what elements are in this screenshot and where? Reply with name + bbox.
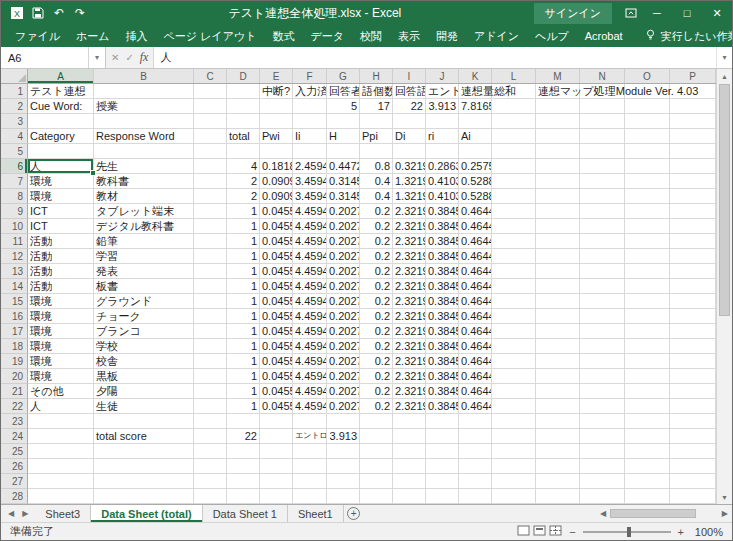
cell-O20[interactable] <box>625 369 670 384</box>
cell-E18[interactable]: 0.0455 <box>260 339 293 354</box>
cell-H20[interactable]: 0.2 <box>360 369 393 384</box>
cell-G7[interactable]: 0.3145 <box>327 174 360 189</box>
cell-D8[interactable]: 2 <box>227 189 260 204</box>
cell-G21[interactable]: 0.2027 <box>327 384 360 399</box>
cell-M4[interactable] <box>536 129 580 144</box>
cell-I24[interactable] <box>393 429 426 444</box>
name-box-dropdown-icon[interactable]: ▾ <box>89 47 106 68</box>
cell-M22[interactable] <box>536 399 580 414</box>
cell-L17[interactable] <box>492 324 536 339</box>
sheet-tab-3[interactable]: Sheet1 <box>288 505 344 522</box>
cell-N23[interactable] <box>580 414 625 429</box>
cell-L6[interactable] <box>492 159 536 174</box>
cell-A25[interactable] <box>28 444 94 459</box>
cell-D5[interactable] <box>227 144 260 159</box>
cell-J5[interactable] <box>426 144 459 159</box>
cell-C18[interactable] <box>194 339 227 354</box>
cell-B27[interactable] <box>94 474 194 489</box>
cell-D10[interactable]: 1 <box>227 219 260 234</box>
cell-E7[interactable]: 0.0909 <box>260 174 293 189</box>
cell-C20[interactable] <box>194 369 227 384</box>
cell-L28[interactable] <box>492 489 536 504</box>
cell-H4[interactable]: Ppi <box>360 129 393 144</box>
cell-K18[interactable]: 0.4644 <box>459 339 492 354</box>
cancel-icon[interactable]: ✕ <box>111 52 119 63</box>
cell-F2[interactable] <box>293 99 327 114</box>
cell-I17[interactable]: 2.3219 <box>393 324 426 339</box>
cell-K3[interactable] <box>459 114 492 129</box>
cell-C11[interactable] <box>194 234 227 249</box>
cell-O14[interactable] <box>625 279 670 294</box>
cell-N25[interactable] <box>580 444 625 459</box>
row-header-14[interactable]: 14 <box>1 279 28 294</box>
cell-M25[interactable] <box>536 444 580 459</box>
cell-I20[interactable]: 2.3219 <box>393 369 426 384</box>
cell-E13[interactable]: 0.0455 <box>260 264 293 279</box>
row-header-13[interactable]: 13 <box>1 264 28 279</box>
cell-A17[interactable]: 環境 <box>28 324 94 339</box>
cell-N8[interactable] <box>580 189 625 204</box>
cell-O16[interactable] <box>625 309 670 324</box>
vertical-scroll-track[interactable] <box>717 83 732 490</box>
cell-E11[interactable]: 0.0455 <box>260 234 293 249</box>
row-header-23[interactable]: 23 <box>1 414 28 429</box>
cell-E24[interactable] <box>260 429 293 444</box>
cell-K24[interactable] <box>459 429 492 444</box>
cell-B5[interactable] <box>94 144 194 159</box>
cell-H2[interactable]: 17 <box>360 99 393 114</box>
cell-C26[interactable] <box>194 459 227 474</box>
cell-B14[interactable]: 板書 <box>94 279 194 294</box>
cell-P19[interactable] <box>670 354 716 369</box>
tell-me-box[interactable]: 実行したい作業を入力してください <box>645 29 733 44</box>
row-header-28[interactable]: 28 <box>1 489 28 504</box>
cell-M11[interactable] <box>536 234 580 249</box>
col-header-G[interactable]: G <box>327 69 360 83</box>
cell-G18[interactable]: 0.2027 <box>327 339 360 354</box>
cell-G11[interactable]: 0.2027 <box>327 234 360 249</box>
row-header-4[interactable]: 4 <box>1 129 28 144</box>
cell-M15[interactable] <box>536 294 580 309</box>
cell-N10[interactable] <box>580 219 625 234</box>
ribbon-tab-6[interactable]: 校閲 <box>352 25 390 47</box>
cell-I3[interactable] <box>393 114 426 129</box>
cell-N7[interactable] <box>580 174 625 189</box>
cell-O6[interactable] <box>625 159 670 174</box>
cell-P23[interactable] <box>670 414 716 429</box>
cell-M2[interactable] <box>536 99 580 114</box>
cell-J14[interactable]: 0.3845 <box>426 279 459 294</box>
cell-H25[interactable] <box>360 444 393 459</box>
cell-K22[interactable]: 0.4644 <box>459 399 492 414</box>
cell-K15[interactable]: 0.4644 <box>459 294 492 309</box>
cell-G20[interactable]: 0.2027 <box>327 369 360 384</box>
ribbon-tab-2[interactable]: 挿入 <box>118 25 156 47</box>
cell-F13[interactable]: 4.4594 <box>293 264 327 279</box>
cell-K9[interactable]: 0.4644 <box>459 204 492 219</box>
cell-D17[interactable]: 1 <box>227 324 260 339</box>
cell-O17[interactable] <box>625 324 670 339</box>
cell-I11[interactable]: 2.3219 <box>393 234 426 249</box>
cell-J11[interactable]: 0.3845 <box>426 234 459 249</box>
cell-K25[interactable] <box>459 444 492 459</box>
cell-F17[interactable]: 4.4594 <box>293 324 327 339</box>
cell-H16[interactable]: 0.2 <box>360 309 393 324</box>
cell-D3[interactable] <box>227 114 260 129</box>
cell-F5[interactable] <box>293 144 327 159</box>
cell-C27[interactable] <box>194 474 227 489</box>
cell-J25[interactable] <box>426 444 459 459</box>
cell-J26[interactable] <box>426 459 459 474</box>
cell-G4[interactable]: H <box>327 129 360 144</box>
cell-J23[interactable] <box>426 414 459 429</box>
cell-D22[interactable]: 1 <box>227 399 260 414</box>
cell-C4[interactable] <box>194 129 227 144</box>
cell-K19[interactable]: 0.4644 <box>459 354 492 369</box>
row-header-25[interactable]: 25 <box>1 444 28 459</box>
cell-J24[interactable] <box>426 429 459 444</box>
row-header-3[interactable]: 3 <box>1 114 28 129</box>
cell-I28[interactable] <box>393 489 426 504</box>
cell-N19[interactable] <box>580 354 625 369</box>
cell-E2[interactable] <box>260 99 293 114</box>
page-layout-view-icon[interactable] <box>533 525 546 538</box>
cell-B17[interactable]: ブランコ <box>94 324 194 339</box>
cell-N27[interactable] <box>580 474 625 489</box>
cell-A7[interactable]: 環境 <box>28 174 94 189</box>
